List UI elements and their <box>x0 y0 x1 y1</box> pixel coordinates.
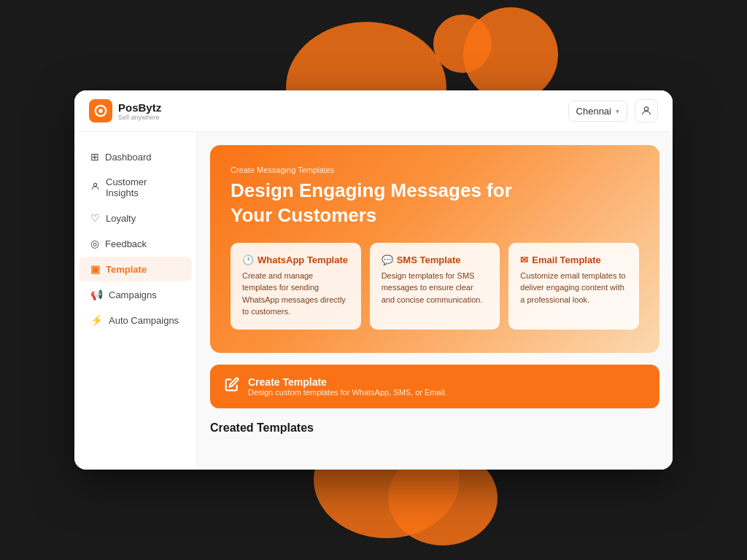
template-card-whatsapp[interactable]: 🕐 WhatsApp Template Create and manage te… <box>231 243 361 330</box>
sidebar-label-dashboard: Dashboard <box>105 152 152 163</box>
chevron-down-icon: ▾ <box>616 107 619 115</box>
sidebar: ⊞ Dashboard Customer Insights ♡ Loyalty … <box>74 132 197 470</box>
create-template-bar[interactable]: Create Template Design custom templates … <box>210 365 659 408</box>
template-card-email[interactable]: ✉ Email Template Customize email templat… <box>508 243 639 330</box>
sidebar-item-auto-campaigns[interactable]: ⚡ Auto Campaigns <box>79 308 192 332</box>
campaigns-icon: 📢 <box>90 289 103 300</box>
sidebar-label-auto-campaigns: Auto Campaigns <box>109 315 179 326</box>
logo-text: PosBytz Sell anywhere <box>118 101 161 121</box>
main-layout: ⊞ Dashboard Customer Insights ♡ Loyalty … <box>74 132 673 470</box>
whatsapp-icon: 🕐 <box>242 254 254 265</box>
hero-subtitle: Create Messaging Templates <box>231 166 639 174</box>
svg-point-2 <box>644 107 648 111</box>
app-header: PosBytz Sell anywhere Chennai ▾ <box>74 90 673 132</box>
app-window: PosBytz Sell anywhere Chennai ▾ ⊞ Dashbo… <box>74 90 673 470</box>
sidebar-item-campaigns[interactable]: 📢 Campaigns <box>79 282 192 307</box>
sms-card-desc: Design templates for SMS messages to ens… <box>382 270 489 306</box>
created-templates-heading: Created Templates <box>210 421 659 435</box>
sidebar-label-template: Template <box>106 264 147 275</box>
dashboard-icon: ⊞ <box>90 151 99 163</box>
sidebar-item-customer-insights[interactable]: Customer Insights <box>79 170 192 205</box>
sidebar-label-customer-insights: Customer Insights <box>106 176 180 198</box>
email-icon: ✉ <box>520 254 528 265</box>
sidebar-label-campaigns: Campaigns <box>109 289 157 300</box>
hero-banner: Create Messaging Templates Design Engagi… <box>210 145 659 353</box>
location-selector[interactable]: Chennai ▾ <box>568 101 627 122</box>
whatsapp-card-title: 🕐 WhatsApp Template <box>242 254 349 265</box>
sms-icon: 💬 <box>382 254 393 265</box>
loyalty-icon: ♡ <box>90 212 100 224</box>
bg-decoration-3 <box>463 7 558 102</box>
logo-icon <box>89 99 112 122</box>
customer-icon <box>90 182 100 193</box>
template-icon: ▣ <box>90 263 100 275</box>
user-profile-button[interactable] <box>635 99 658 122</box>
hero-title-line2: Your Customers <box>231 204 376 226</box>
hero-title: Design Engaging Messages for Your Custom… <box>231 179 639 228</box>
svg-point-1 <box>98 109 102 112</box>
hero-title-line1: Design Engaging Messages for <box>231 179 512 201</box>
create-template-icon <box>225 377 239 395</box>
sidebar-item-dashboard[interactable]: ⊞ Dashboard <box>79 144 192 169</box>
sms-card-title: 💬 SMS Template <box>382 254 489 265</box>
template-cards-grid: 🕐 WhatsApp Template Create and manage te… <box>231 243 639 330</box>
main-content: Create Messaging Templates Design Engagi… <box>197 132 673 470</box>
template-card-sms[interactable]: 💬 SMS Template Design templates for SMS … <box>370 243 500 330</box>
app-name: PosBytz <box>118 101 161 114</box>
sidebar-item-feedback[interactable]: ◎ Feedback <box>79 231 192 256</box>
sidebar-label-feedback: Feedback <box>105 238 147 249</box>
sidebar-label-loyalty: Loyalty <box>106 213 136 224</box>
location-value: Chennai <box>576 106 611 117</box>
feedback-icon: ◎ <box>90 238 99 249</box>
svg-point-3 <box>93 183 96 186</box>
sidebar-item-loyalty[interactable]: ♡ Loyalty <box>79 206 192 230</box>
create-bar-title: Create Template <box>248 376 447 388</box>
create-bar-desc: Design custom templates for WhatsApp, SM… <box>248 388 447 397</box>
logo-area: PosBytz Sell anywhere <box>89 99 161 122</box>
sidebar-item-template[interactable]: ▣ Template <box>79 257 192 281</box>
whatsapp-card-desc: Create and manage templates for sending … <box>242 270 349 318</box>
header-right: Chennai ▾ <box>568 99 658 122</box>
email-card-title: ✉ Email Template <box>520 254 627 265</box>
app-tagline: Sell anywhere <box>118 114 161 121</box>
create-bar-text: Create Template Design custom templates … <box>248 376 447 397</box>
email-card-desc: Customize email templates to deliver eng… <box>520 270 627 306</box>
auto-campaigns-icon: ⚡ <box>90 314 103 326</box>
